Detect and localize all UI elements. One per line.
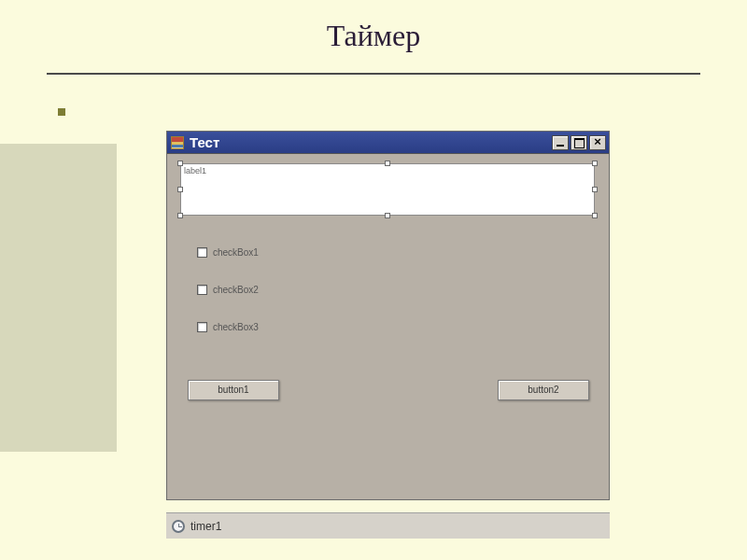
checkbox1-control[interactable]: checkBox1 [197, 247, 259, 258]
timer1-label[interactable]: timer1 [190, 520, 221, 533]
checkbox3-control[interactable]: checkBox3 [197, 322, 259, 332]
form-client-area: label1 checkBox1 checkBox2 checkBox3 but… [167, 154, 609, 499]
label1-text: label1 [181, 164, 594, 177]
winforms-app-icon [171, 136, 184, 149]
title-underline [47, 73, 700, 75]
checkbox3-label: checkBox3 [213, 322, 259, 332]
window-title: Тест [190, 134, 552, 150]
selection-handle[interactable] [177, 213, 183, 218]
close-button[interactable]: × [589, 135, 606, 150]
selection-handle[interactable] [385, 213, 390, 218]
timer-icon[interactable] [172, 520, 185, 533]
component-tray: timer1 [166, 512, 610, 539]
accent-bullet [58, 108, 65, 116]
checkbox-box[interactable] [197, 285, 207, 295]
button2[interactable]: button2 [498, 380, 589, 400]
selection-handle[interactable] [177, 161, 183, 166]
checkbox-box[interactable] [197, 322, 207, 332]
minimize-button[interactable] [552, 135, 569, 150]
window-controls: × [552, 135, 606, 150]
selection-handle[interactable] [592, 213, 598, 218]
checkbox1-label: checkBox1 [213, 247, 259, 258]
checkbox-box[interactable] [197, 247, 207, 258]
label1-control[interactable]: label1 [180, 163, 595, 216]
form-designer-window: Тест × label1 checkBox1 checkBox2 che [166, 131, 610, 500]
slide-title: Таймер [0, 19, 747, 53]
selection-handle[interactable] [177, 187, 183, 192]
selection-handle[interactable] [385, 161, 390, 166]
slide-sidebar [0, 144, 117, 452]
maximize-button[interactable] [571, 135, 587, 150]
titlebar[interactable]: Тест × [167, 132, 609, 154]
checkbox2-label: checkBox2 [213, 285, 259, 295]
selection-handle[interactable] [592, 187, 598, 192]
checkbox2-control[interactable]: checkBox2 [197, 285, 259, 295]
button1[interactable]: button1 [188, 380, 279, 400]
selection-handle[interactable] [592, 161, 598, 166]
